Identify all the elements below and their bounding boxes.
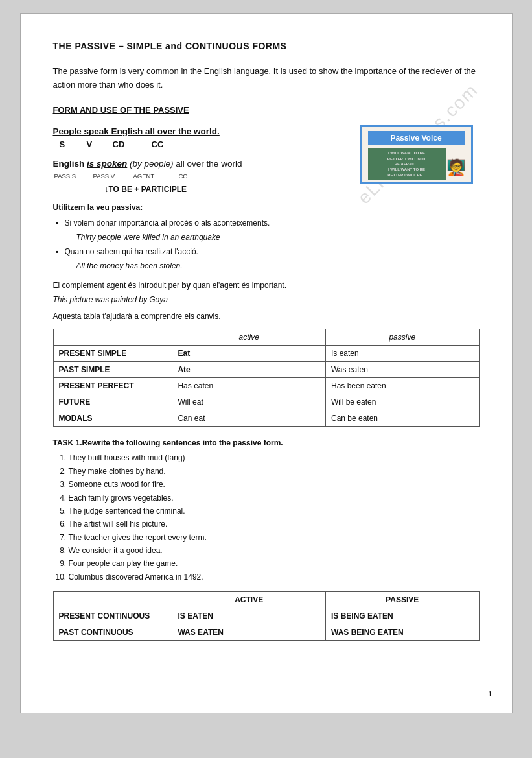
task1-title: TASK 1.Rewrite the following sentences i… <box>53 437 480 449</box>
utilizem-title: Utilitzem la veu passiva: <box>53 202 347 213</box>
table-row: PAST SIMPLE Ate Was eaten <box>53 362 479 378</box>
cont-past-active: WAS EATEN <box>172 624 326 641</box>
list-item: The judge sentenced the criminal. <box>69 504 480 517</box>
table-row: PRESENT CONTINUOUS IS EATEN IS BEING EAT… <box>53 608 479 624</box>
active-past-simple: Ate <box>172 362 326 378</box>
utilizem-text-2: Quan no sabem qui ha realitzat l'acció. <box>65 247 198 256</box>
tbl-header-active: active <box>172 329 326 346</box>
arrow-text: ↓TO BE + PARTICIPLE <box>105 184 187 195</box>
pass-agent: AGENT <box>133 172 179 181</box>
agent-example: This picture was painted by Goya <box>53 294 480 305</box>
active-labels: S V CD CC <box>60 138 347 151</box>
list-item: They make clothes by hand. <box>69 465 480 478</box>
label-v: V <box>87 138 113 151</box>
table-row: PAST CONTINUOUS WAS EATEN WAS BEING EATE… <box>53 624 479 641</box>
label-s: S <box>60 138 87 151</box>
list-item: They built houses with mud (fang) <box>69 451 480 464</box>
table-row: PRESENT SIMPLE Eat Is eaten <box>53 346 479 362</box>
utilizem-item-2: Quan no sabem qui ha realitzat l'acció. <box>65 246 347 257</box>
pass-s: PASS S <box>54 172 93 181</box>
task1-section: TASK 1.Rewrite the following sentences i… <box>53 437 480 584</box>
pass-labels: PASS S PASS V. AGENT CC <box>54 172 347 181</box>
passive-present-perfect: Has been eaten <box>325 378 479 394</box>
label-cd: CD <box>113 138 152 151</box>
teacher-figure: 🧑‍🏫 <box>446 156 466 179</box>
table-row: MODALS Can eat Can be eaten <box>53 410 479 427</box>
tense-present-perfect: PRESENT PERFECT <box>53 378 172 394</box>
section-title: FORM AND USE OF THE PASSIVE <box>53 104 480 117</box>
passive-modals: Can be eaten <box>325 410 479 427</box>
agent-text: El complement agent és introduit per by … <box>53 279 480 291</box>
intro-text: The passive form is very common in the E… <box>53 65 480 92</box>
cont-header-active: ACTIVE <box>172 592 326 608</box>
cont-header-passive: PASSIVE <box>325 592 479 608</box>
utilizem-example-2: All the money has been stolen. <box>76 260 347 272</box>
tense-past-simple: PAST SIMPLE <box>53 362 172 378</box>
cont-present: PRESENT CONTINUOUS <box>53 608 172 624</box>
tenses-header-row: active passive <box>53 329 479 346</box>
active-present-simple: Eat <box>172 346 326 362</box>
continuous-table: ACTIVE PASSIVE PRESENT CONTINUOUS IS EAT… <box>53 591 480 641</box>
utilizem-example-1: Thirty people were killed in an earthqua… <box>76 231 347 243</box>
passive-present-simple: Is eaten <box>325 346 479 362</box>
passive-sentence-block: English is spoken (by people) all over t… <box>53 158 347 196</box>
active-present-perfect: Has eaten <box>172 378 326 394</box>
pass-cc: CC <box>179 172 218 181</box>
tense-future: FUTURE <box>53 394 172 410</box>
cont-header-empty <box>53 592 172 608</box>
table-row: FUTURE Will eat Will be eaten <box>53 394 479 410</box>
passive-voice-box-container: Passive Voice I WILL WANT TO BEBETTER. I… <box>360 125 480 184</box>
list-item: Columbus discovered America in 1492. <box>69 571 480 584</box>
questa-text: Aquesta tabla t'ajudarà a comprendre els… <box>53 311 480 322</box>
tense-present-simple: PRESENT SIMPLE <box>53 346 172 362</box>
tbl-header-passive: passive <box>325 329 479 346</box>
cont-past-passive: WAS BEING EATEN <box>325 624 479 641</box>
page-number: 1 <box>488 687 492 700</box>
examples-block: People speak English all over the world.… <box>53 125 480 274</box>
passive-past-simple: Was eaten <box>325 362 479 378</box>
active-modals: Can eat <box>172 410 326 427</box>
passive-left: People speak English all over the world.… <box>53 125 347 274</box>
active-future: Will eat <box>172 394 326 410</box>
cont-present-active: IS EATEN <box>172 608 326 624</box>
list-item: The artist will sell his picture. <box>69 517 480 530</box>
utilizem-item-1: Si volem donar importància al procés o a… <box>65 217 347 229</box>
active-example: People speak English all over the world.… <box>53 125 347 151</box>
tenses-table: active passive PRESENT SIMPLE Eat Is eat… <box>53 329 480 427</box>
page: eLPrintables.com THE PASSIVE – SIMPLE an… <box>20 13 513 713</box>
list-item: The teacher gives the report every term. <box>69 531 480 544</box>
passive-sentence: English is spoken (by people) all over t… <box>53 158 347 171</box>
passive-voice-title: Passive Voice <box>368 131 465 145</box>
cont-past: PAST CONTINUOUS <box>53 624 172 641</box>
chalkboard-text: I WILL WANT TO BEBETTER. I WILL NOTBE AF… <box>387 150 426 178</box>
list-item: Someone cuts wood for fire. <box>69 478 480 491</box>
tense-modals: MODALS <box>53 410 172 427</box>
label-cc: CC <box>152 138 191 151</box>
pass-v: PASS V. <box>93 172 133 181</box>
table-row: PRESENT PERFECT Has eaten Has been eaten <box>53 378 479 394</box>
main-title: THE PASSIVE – SIMPLE and CONTINUOUS FORM… <box>53 40 480 53</box>
utilizem-list: Si volem donar importància al procés o a… <box>53 217 347 272</box>
task1-list: They built houses with mud (fang) They m… <box>53 451 480 584</box>
passive-voice-box: Passive Voice I WILL WANT TO BEBETTER. I… <box>360 125 473 184</box>
tbl-header-empty <box>53 329 172 346</box>
passive-future: Will be eaten <box>325 394 479 410</box>
utilizem-text-1: Si volem donar importància al procés o a… <box>65 219 270 228</box>
continuous-header-row: ACTIVE PASSIVE <box>53 592 479 608</box>
cont-present-passive: IS BEING EATEN <box>325 608 479 624</box>
chalkboard: I WILL WANT TO BEBETTER. I WILL NOTBE AF… <box>368 148 446 180</box>
list-item: Four people can play the game. <box>69 557 480 570</box>
list-item: We consider it a good idea. <box>69 544 480 557</box>
list-item: Each family grows vegetables. <box>69 492 480 504</box>
by-text: by <box>181 281 191 290</box>
arrow-row: ↓TO BE + PARTICIPLE <box>105 184 347 195</box>
active-sentence: People speak English all over the world. <box>53 125 347 138</box>
